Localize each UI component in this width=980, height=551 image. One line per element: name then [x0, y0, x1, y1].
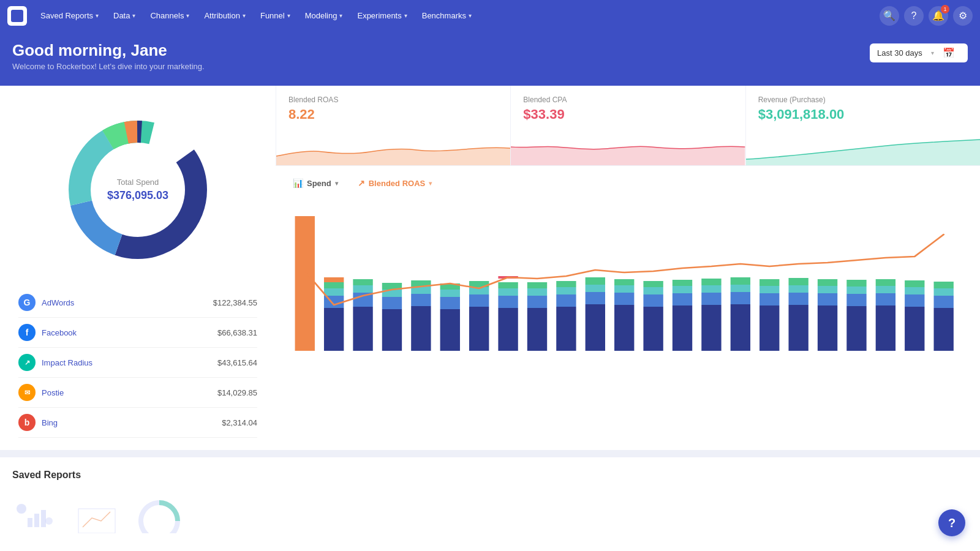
help-icon-button[interactable]: ?: [904, 6, 924, 26]
svg-rect-92: [905, 287, 924, 294]
svg-rect-77: [788, 278, 808, 285]
svg-rect-50: [614, 305, 634, 351]
svg-rect-65: [701, 279, 721, 285]
svg-rect-72: [760, 286, 779, 293]
svg-rect-49: [586, 277, 605, 285]
svg-rect-46: [586, 304, 605, 351]
notification-button[interactable]: 🔔 1: [929, 6, 948, 26]
svg-rect-62: [701, 305, 721, 351]
saved-reports-title: Saved Reports: [12, 470, 968, 481]
page-subtitle: Welcome to Rockerbox! Let's dive into yo…: [12, 62, 205, 71]
saved-reports-preview: [12, 490, 968, 539]
donut-chart: Total Spend $376,095.03: [58, 110, 217, 269]
svg-rect-82: [846, 306, 866, 351]
svg-rect-22: [411, 294, 431, 306]
nav-item-data[interactable]: Data ▾: [107, 7, 141, 24]
svg-rect-97: [934, 282, 954, 288]
svg-rect-40: [527, 288, 547, 296]
nav-item-modeling[interactable]: Modeling ▾: [299, 7, 349, 24]
roas-toggle[interactable]: ↗ Blended ROAS ▾: [353, 176, 437, 190]
svg-rect-33: [498, 308, 518, 351]
channel-amount: $14,029.85: [217, 388, 257, 397]
line-chart-icon: ↗: [358, 178, 365, 188]
postie-icon: ✉: [18, 384, 36, 401]
kpi-value: $3,091,818.00: [758, 107, 968, 122]
channel-name: Bing: [42, 418, 216, 427]
svg-rect-45: [556, 281, 576, 287]
svg-point-98: [17, 504, 26, 514]
svg-rect-90: [905, 307, 924, 351]
nav-item-channels[interactable]: Channels ▾: [144, 7, 195, 24]
nav-item-benchmarks[interactable]: Benchmarks ▾: [416, 7, 478, 24]
page-header: Good morning, Jane Welcome to Rockerbox!…: [0, 31, 980, 86]
nav-item-saved-reports[interactable]: Saved Reports ▾: [34, 7, 105, 24]
channel-amount: $66,638.31: [217, 328, 257, 337]
kpi-value: 8.22: [288, 107, 498, 122]
cpa-mini-chart: [511, 129, 745, 165]
svg-rect-68: [731, 285, 750, 292]
channel-amount: $2,314.04: [222, 418, 257, 427]
settings-button[interactable]: ⚙: [953, 6, 973, 26]
svg-rect-39: [527, 296, 547, 308]
svg-rect-36: [498, 282, 518, 288]
nav-item-experiments[interactable]: Experiments ▾: [351, 7, 413, 24]
kpi-title: Blended CPA: [523, 96, 733, 104]
svg-rect-89: [876, 279, 895, 286]
svg-rect-85: [846, 280, 866, 287]
chevron-down-icon: ▾: [429, 180, 432, 187]
svg-rect-70: [760, 305, 779, 351]
svg-rect-54: [643, 307, 663, 351]
svg-rect-16: [353, 279, 372, 285]
svg-rect-81: [818, 279, 837, 286]
svg-rect-10: [324, 288, 344, 296]
svg-rect-84: [846, 287, 866, 294]
svg-rect-78: [818, 305, 837, 351]
kpi-title: Blended ROAS: [288, 96, 498, 104]
svg-rect-63: [701, 293, 721, 305]
chevron-down-icon: ▾: [335, 180, 338, 187]
svg-rect-25: [440, 309, 460, 351]
date-range-selector[interactable]: Last 30 days ▾ 📅: [870, 43, 968, 62]
kpi-card-revenue: Revenue (Purchase) $3,091,818.00: [745, 86, 980, 165]
channel-name: AdWords: [42, 298, 207, 307]
nav-item-attribution[interactable]: Attribution ▾: [198, 7, 252, 24]
page-title: Good morning, Jane: [12, 41, 205, 60]
list-item[interactable]: G AdWords $122,384.55: [18, 288, 257, 318]
nav-item-funnel[interactable]: Funnel ▾: [254, 7, 296, 24]
svg-rect-83: [846, 294, 866, 306]
kpi-value: $33.39: [523, 107, 733, 122]
date-range-label: Last 30 days: [877, 48, 922, 58]
search-button[interactable]: 🔍: [880, 6, 899, 26]
adwords-icon: G: [18, 294, 36, 311]
svg-rect-61: [673, 280, 692, 286]
channel-name: Impact Radius: [42, 358, 211, 367]
svg-rect-26: [440, 297, 460, 309]
svg-rect-15: [353, 285, 372, 293]
chart-section: 📊 Spend ▾ ↗ Blended ROAS ▾: [276, 165, 980, 450]
donut-center-label: Total Spend: [107, 178, 168, 187]
bar-chart-area: [288, 198, 968, 381]
list-item[interactable]: ✉ Postie $14,029.85: [18, 378, 257, 408]
roas-mini-chart: [276, 129, 510, 165]
svg-rect-12: [324, 277, 344, 282]
kpi-title: Revenue (Purchase): [758, 96, 968, 104]
svg-rect-52: [614, 285, 634, 293]
list-item[interactable]: b Bing $2,314.04: [18, 408, 257, 438]
spend-toggle[interactable]: 📊 Spend ▾: [288, 176, 343, 190]
kpi-card-roas: Blended ROAS 8.22: [276, 86, 510, 165]
channel-amount: $43,615.64: [217, 358, 257, 367]
svg-rect-42: [556, 307, 576, 351]
svg-rect-75: [788, 293, 808, 305]
svg-rect-91: [905, 294, 924, 307]
svg-rect-93: [905, 280, 924, 287]
svg-rect-57: [643, 281, 663, 287]
donut-center-value: $376,095.03: [107, 189, 168, 202]
list-item[interactable]: f Facebook $66,638.31: [18, 318, 257, 348]
svg-rect-96: [934, 288, 954, 296]
svg-rect-27: [440, 290, 460, 297]
svg-rect-64: [701, 285, 721, 293]
help-button[interactable]: ?: [938, 509, 965, 536]
svg-rect-100: [28, 518, 32, 527]
list-item[interactable]: ↗ Impact Radius $43,615.64: [18, 348, 257, 378]
svg-rect-43: [556, 294, 576, 307]
